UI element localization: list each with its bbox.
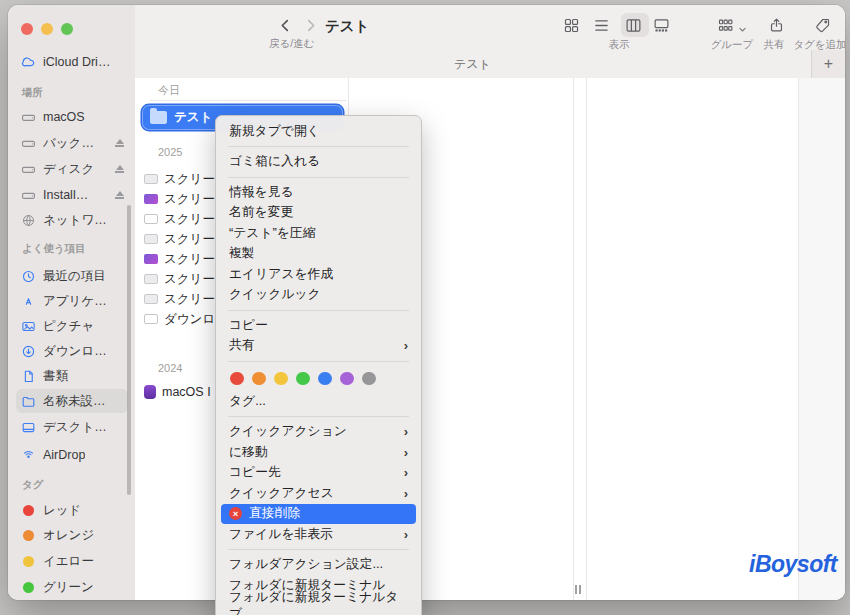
file-name: スクリー bbox=[164, 271, 215, 288]
sidebar-item-label: 書類 bbox=[43, 368, 68, 385]
file-name: ダウンロ bbox=[164, 311, 215, 328]
purple-tag-dot[interactable] bbox=[340, 372, 354, 386]
screenshot-thumbnail-icon bbox=[144, 314, 158, 324]
red-tag-dot[interactable] bbox=[230, 372, 244, 386]
menu-item-new-terminal-tab-at-folder[interactable]: フォルダに新規ターミナルタブ bbox=[216, 596, 421, 615]
menu-item-compress[interactable]: “テスト”を圧縮 bbox=[216, 223, 421, 244]
sidebar-item-macos[interactable]: macOS bbox=[16, 105, 128, 129]
menu-item-tags[interactable]: タグ... bbox=[216, 391, 421, 412]
sidebar-item-applications[interactable]: アプリケ… bbox=[16, 289, 128, 313]
sidebar-item-label: レッド bbox=[43, 502, 81, 519]
menu-item-share[interactable]: 共有› bbox=[216, 336, 421, 357]
gallery-view-button[interactable] bbox=[651, 15, 671, 35]
sidebar-item-label: AirDrop bbox=[43, 448, 85, 462]
minimize-button[interactable] bbox=[41, 23, 53, 35]
folder-icon bbox=[150, 111, 167, 124]
sidebar-item-backup-disk[interactable]: バック… bbox=[16, 131, 128, 155]
sidebar-section-favorites: よく使う項目 bbox=[22, 242, 86, 256]
menu-item-rename[interactable]: 名前を変更 bbox=[216, 203, 421, 224]
menu-item-quick-actions[interactable]: クイックアクション› bbox=[216, 422, 421, 443]
column-divider[interactable] bbox=[586, 78, 587, 600]
tab-title[interactable]: テスト bbox=[135, 56, 810, 73]
yellow-tag-dot[interactable] bbox=[274, 372, 288, 386]
menu-item-get-info[interactable]: 情報を見る bbox=[216, 182, 421, 203]
icon-view-button[interactable] bbox=[561, 15, 581, 35]
finder-window: iCloud Dri… 場所 macOS バック… ディスク bbox=[8, 5, 845, 600]
sidebar-item-desktop[interactable]: デスクト… bbox=[16, 415, 128, 439]
screenshot-thumbnail-icon bbox=[144, 274, 158, 284]
column-partial bbox=[798, 78, 845, 600]
sidebar-item-documents[interactable]: 書類 bbox=[16, 364, 128, 388]
screenshot-thumbnail-icon bbox=[144, 174, 158, 184]
gray-tag-dot[interactable] bbox=[362, 372, 376, 386]
back-forward-label: 戻る/進む bbox=[269, 37, 314, 51]
sidebar-item-airdrop[interactable]: AirDrop bbox=[16, 443, 128, 467]
screenshot-thumbnail-icon bbox=[144, 234, 158, 244]
sidebar-item-install-disk[interactable]: Install… bbox=[16, 183, 128, 207]
sidebar-item-tag-red[interactable]: レッド bbox=[16, 498, 128, 522]
direct-delete-icon: × bbox=[229, 507, 242, 520]
download-icon bbox=[20, 343, 37, 359]
menu-item-quick-access[interactable]: クイックアクセス› bbox=[216, 483, 421, 504]
sidebar-item-tag-yellow[interactable]: イエロー bbox=[16, 549, 128, 573]
menu-separator bbox=[228, 416, 409, 417]
column-view-button[interactable] bbox=[623, 15, 643, 35]
forward-button[interactable] bbox=[300, 15, 320, 35]
document-icon bbox=[20, 368, 37, 384]
sidebar-item-tag-orange[interactable]: オレンジ bbox=[16, 523, 128, 547]
macos-installer-icon bbox=[144, 385, 156, 399]
submenu-arrow-icon: › bbox=[404, 466, 408, 479]
submenu-arrow-icon: › bbox=[404, 487, 408, 500]
menu-item-direct-delete[interactable]: × 直接削除 bbox=[221, 504, 416, 525]
sidebar-item-tag-green[interactable]: グリーン bbox=[16, 575, 128, 599]
menu-item-move-to[interactable]: に移動› bbox=[216, 442, 421, 463]
menu-item-hide-file[interactable]: ファイルを非表示› bbox=[216, 524, 421, 545]
file-name: スクリー bbox=[164, 191, 215, 208]
menu-item-open-in-new-tab[interactable]: 新規タブで開く bbox=[216, 121, 421, 142]
menu-item-folder-actions-setup[interactable]: フォルダアクション設定... bbox=[216, 555, 421, 576]
eject-icon[interactable] bbox=[115, 165, 124, 173]
sidebar-item-untitled-folder[interactable]: 名称未設… bbox=[16, 389, 128, 413]
sidebar-item-label: グリーン bbox=[43, 579, 94, 596]
back-button[interactable] bbox=[275, 15, 295, 35]
tag-icon[interactable] bbox=[812, 15, 832, 35]
window-title: テスト bbox=[325, 17, 370, 36]
column-divider[interactable] bbox=[573, 78, 574, 600]
sidebar-item-recents[interactable]: 最近の項目 bbox=[16, 264, 128, 288]
file-name: スクリー bbox=[164, 171, 215, 188]
menu-item-copy-to[interactable]: コピー先› bbox=[216, 463, 421, 484]
sidebar-item-pictures[interactable]: ピクチャ bbox=[16, 314, 128, 338]
group-icon[interactable] bbox=[715, 15, 735, 35]
menu-item-quick-look[interactable]: クイックルック bbox=[216, 285, 421, 306]
menu-item-duplicate[interactable]: 複製 bbox=[216, 244, 421, 265]
new-tab-button[interactable]: + bbox=[811, 50, 845, 78]
menu-item-move-to-trash[interactable]: ゴミ箱に入れる bbox=[216, 152, 421, 173]
screenshot-thumbnail-icon bbox=[144, 294, 158, 304]
desktop-background: iCloud Dri… 場所 macOS バック… ディスク bbox=[0, 0, 850, 615]
blue-tag-dot[interactable] bbox=[318, 372, 332, 386]
share-icon[interactable] bbox=[766, 15, 786, 35]
internal-drive-icon bbox=[20, 109, 37, 125]
sidebar-item-label: ディスク bbox=[43, 161, 94, 178]
sidebar-scrollbar[interactable] bbox=[127, 205, 131, 495]
sidebar-item-downloads[interactable]: ダウンロ… bbox=[16, 339, 128, 363]
eject-icon[interactable] bbox=[115, 139, 124, 147]
sidebar-item-icloud-drive[interactable]: iCloud Dri… bbox=[16, 50, 128, 74]
sidebar-item-disk[interactable]: ディスク bbox=[16, 157, 128, 181]
sidebar-item-label: iCloud Dri… bbox=[43, 55, 110, 69]
menu-item-make-alias[interactable]: エイリアスを作成 bbox=[216, 264, 421, 285]
menu-item-copy[interactable]: コピー bbox=[216, 315, 421, 336]
green-tag-dot[interactable] bbox=[296, 372, 310, 386]
toolbar: 戻る/進む テスト 表示 グループ bbox=[135, 5, 845, 50]
orange-tag-dot[interactable] bbox=[252, 372, 266, 386]
eject-icon[interactable] bbox=[115, 191, 124, 199]
list-view-button[interactable] bbox=[591, 15, 611, 35]
sidebar-item-label: デスクト… bbox=[43, 419, 107, 436]
sidebar-item-network[interactable]: ネットワ… bbox=[16, 208, 128, 232]
file-name: macOS I bbox=[162, 385, 211, 399]
close-button[interactable] bbox=[21, 23, 33, 35]
column-resize-handle[interactable] bbox=[575, 585, 581, 594]
file-name: テスト bbox=[174, 109, 212, 126]
zoom-button[interactable] bbox=[61, 23, 73, 35]
sidebar-section-places: 場所 bbox=[22, 86, 43, 100]
